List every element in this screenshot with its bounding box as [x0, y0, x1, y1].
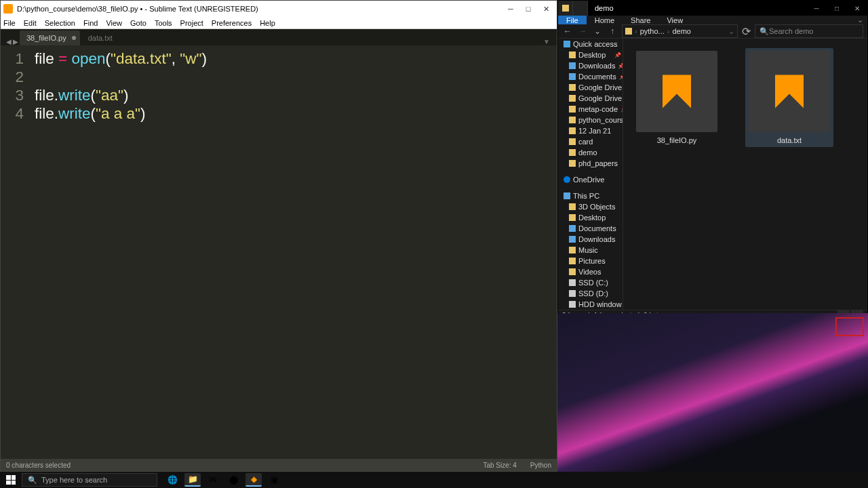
nav-icon	[569, 225, 576, 232]
close-button[interactable]: ✕	[847, 1, 867, 16]
nav-icon	[569, 52, 576, 58]
tab-datatxt[interactable]: data.txt	[81, 30, 126, 45]
menu-edit[interactable]: Edit	[24, 19, 37, 27]
file-tile[interactable]: 38_fileIO.py	[633, 48, 721, 147]
tab-prev-icon[interactable]: ◀	[6, 38, 12, 45]
explorer-titlebar[interactable]: demo ─ □ ✕	[558, 1, 867, 16]
sublime-titlebar[interactable]: D:\python_course\demo\38_fileIO.py • - S…	[1, 1, 557, 17]
nav-item[interactable]: 12 Jan 21	[558, 125, 623, 136]
nav-history-icon[interactable]: ⌄	[592, 26, 603, 36]
nav-item[interactable]: Downloads	[558, 234, 623, 245]
nav-item[interactable]: SSD (D:)	[558, 288, 623, 299]
nav-item[interactable]: card	[558, 136, 623, 147]
refresh-icon[interactable]: ⟳	[742, 25, 751, 38]
explorer-icon[interactable]: 📁	[184, 473, 201, 487]
nav-icon	[569, 236, 576, 243]
nav-label: 12 Jan 21	[578, 127, 611, 135]
nav-item[interactable]: python_course📌	[558, 115, 623, 125]
menu-find[interactable]: Find	[83, 19, 98, 27]
maximize-button[interactable]: □	[524, 5, 532, 13]
menu-file[interactable]: File	[3, 19, 16, 27]
folder-icon	[562, 5, 569, 12]
crumb-dropdown-icon[interactable]: ⌄	[728, 27, 734, 36]
crumb-parent[interactable]: pytho...	[640, 27, 665, 35]
ribbon-share[interactable]: Share	[623, 16, 658, 24]
tab-dropdown-icon[interactable]: ▼	[543, 38, 554, 45]
nav-item[interactable]: Desktop📌	[558, 49, 623, 60]
crumb-current[interactable]: demo	[672, 27, 691, 35]
ribbon-view[interactable]: View	[658, 16, 691, 24]
search-input[interactable]: 🔍 Search demo	[755, 24, 863, 38]
svg-marker-0	[663, 75, 691, 108]
nav-item[interactable]: Pictures	[558, 256, 623, 266]
nav-item[interactable]: phd_papers	[558, 158, 623, 169]
nav-item[interactable]: SSD (C:)	[558, 277, 623, 288]
maximize-button[interactable]: □	[827, 1, 847, 16]
nav-item[interactable]: Google Drive (📌	[558, 93, 623, 104]
nav-icon	[569, 84, 576, 91]
recording-indicator-icon	[835, 317, 864, 336]
mail-icon[interactable]: ✉	[205, 473, 221, 487]
nav-icon	[569, 214, 576, 221]
explorer-title: demo	[588, 4, 614, 12]
menu-view[interactable]: View	[106, 19, 122, 27]
status-selection[interactable]: 0 characters selected	[6, 462, 71, 469]
nav-item[interactable]: Downloads📌	[558, 60, 623, 71]
nav-label: Google Drive (	[578, 94, 623, 102]
explorer-appicon[interactable]	[558, 1, 573, 16]
breadcrumb-bar[interactable]: › pytho... › demo ⌄	[622, 24, 738, 38]
menu-project[interactable]: Project	[180, 19, 203, 27]
line-number: 3	[1, 86, 24, 104]
menu-goto[interactable]: Goto	[130, 19, 146, 27]
tab-next-icon[interactable]: ▶	[13, 38, 18, 45]
nav-label: Videos	[578, 268, 601, 276]
nav-item[interactable]: Documents📌	[558, 71, 623, 82]
status-tabsize[interactable]: Tab Size: 4	[483, 462, 516, 469]
nav-item[interactable]: demo	[558, 147, 623, 158]
nav-item[interactable]: Google Drive📌	[558, 82, 623, 93]
close-button[interactable]: ✕	[542, 5, 550, 13]
dirty-dot-icon	[72, 36, 76, 40]
nav-icon	[569, 160, 576, 167]
code-content[interactable]: file = open("data.txt", "w") file.write(…	[31, 45, 207, 459]
taskbar-search[interactable]: 🔍Type here to search	[22, 473, 157, 487]
start-button[interactable]	[0, 472, 22, 488]
nav-item[interactable]: This PC	[558, 190, 623, 201]
nav-icon	[569, 62, 576, 69]
minimize-button[interactable]: ─	[507, 5, 515, 13]
sublime-statusbar: 0 characters selected Tab Size: 4 Python	[1, 459, 557, 471]
menu-help[interactable]: Help	[260, 19, 275, 27]
nav-item[interactable]: OneDrive	[558, 174, 623, 185]
nav-item[interactable]: HDD window PC (	[558, 299, 623, 310]
nav-icon	[569, 106, 576, 113]
chrome-icon[interactable]: 🌐	[164, 473, 180, 487]
ribbon-home[interactable]: Home	[587, 16, 623, 24]
nav-item[interactable]: metap-code📌	[558, 104, 623, 115]
sublime-icon[interactable]: ◆	[245, 473, 262, 487]
menu-preferences[interactable]: Preferences	[212, 19, 252, 27]
nav-item[interactable]: Documents	[558, 223, 623, 234]
explorer-nav-pane[interactable]: Quick accessDesktop📌Downloads📌Documents📌…	[558, 39, 623, 310]
explorer-content[interactable]: 38_fileIO.pydata.txt	[623, 39, 867, 310]
nav-label: Pictures	[578, 257, 606, 265]
nav-item[interactable]: Music	[558, 245, 623, 256]
nav-item[interactable]: 3D Objects	[558, 201, 623, 212]
quickaccess-pin-icon[interactable]	[573, 1, 588, 16]
nav-item[interactable]: Desktop	[558, 212, 623, 223]
minimize-button[interactable]: ─	[806, 1, 827, 16]
nav-up-icon[interactable]: ↑	[607, 26, 618, 36]
ribbon-file[interactable]: File	[558, 16, 587, 24]
file-tile[interactable]: data.txt	[745, 48, 833, 147]
ribbon-expand-icon[interactable]: ⌄	[853, 16, 867, 24]
status-language[interactable]: Python	[530, 462, 551, 469]
menu-tools[interactable]: Tools	[155, 19, 172, 27]
menu-selection[interactable]: Selection	[45, 19, 75, 27]
nav-item[interactable]: Videos	[558, 266, 623, 277]
nav-back-icon[interactable]: ←	[562, 26, 573, 36]
obs-icon[interactable]: ⬤	[225, 473, 241, 487]
tab-fileio[interactable]: 38_fileIO.py	[20, 30, 80, 45]
editor-area[interactable]: 1 2 3 4 file = open("data.txt", "w") fil…	[1, 45, 557, 459]
nav-item[interactable]: Quick access	[558, 39, 623, 49]
nav-forward-icon[interactable]: →	[577, 26, 588, 36]
terminal-icon[interactable]: ▣	[266, 473, 282, 487]
